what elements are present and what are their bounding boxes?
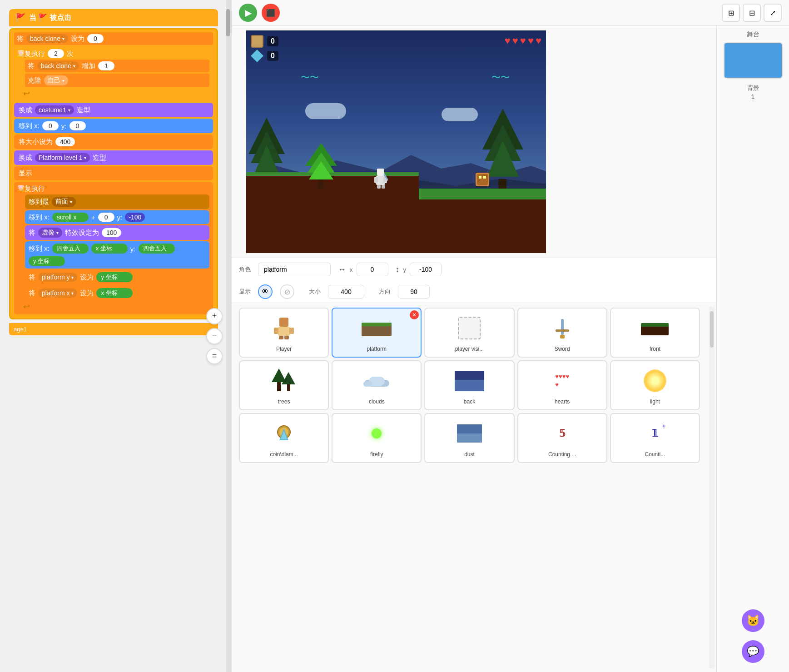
sprite-label: 角色 <box>239 265 251 274</box>
svg-rect-22 <box>483 176 486 179</box>
costume-dropdown[interactable]: costume1 <box>35 105 74 114</box>
sprite-item-platform[interactable]: ✕ platform <box>332 308 422 358</box>
zoom-in-btn[interactable]: + <box>206 308 223 324</box>
show-btn[interactable]: 👁 <box>258 284 273 299</box>
large-stage-btn[interactable]: ⊟ <box>743 4 761 22</box>
repeat-times[interactable]: 2 <box>48 49 64 58</box>
coins-row: 0 <box>251 35 278 48</box>
sprite-name-input[interactable] <box>258 263 331 276</box>
sprite-item-sword[interactable]: Sword <box>517 308 607 358</box>
sprites-scrollbar-thumb[interactable] <box>710 311 714 348</box>
svg-marker-37 <box>272 368 286 382</box>
svg-rect-12 <box>377 169 384 176</box>
clone-target[interactable]: 自己 <box>44 75 68 85</box>
size-label: 大小 <box>309 288 321 296</box>
left-zoom-controls: + − = <box>206 308 223 364</box>
x-value-input[interactable] <box>357 263 388 276</box>
svg-rect-36 <box>277 382 281 391</box>
zoom-out-btn[interactable]: − <box>206 328 223 344</box>
y-coord-ref: y 坐标 <box>96 272 133 282</box>
sprite-item-counting2[interactable]: 𝟙 + Counti... <box>610 413 700 463</box>
fullscreen-btn[interactable]: ⤢ <box>764 4 782 22</box>
diamond-icon <box>251 50 263 62</box>
sprite-grid: Player ✕ platform <box>232 303 707 672</box>
scrollbar-thumb[interactable] <box>226 9 230 36</box>
play-button[interactable]: ▶ <box>239 4 257 22</box>
xy-arrow-icon: ↔ <box>338 265 346 274</box>
fit-btn[interactable]: = <box>206 348 223 364</box>
tofront-block: 移到最 前面 <box>25 194 209 209</box>
sprite-item-trees[interactable]: trees <box>239 360 329 410</box>
firefly-name: firefly <box>370 451 383 458</box>
y-input[interactable]: 0 <box>69 121 86 130</box>
x-coord-ref: x 坐标 <box>96 288 133 298</box>
teal-swirl-left: 〜〜 <box>301 71 319 84</box>
x-input[interactable]: 0 <box>42 121 59 130</box>
effect-dropdown[interactable]: 虚像 <box>38 228 62 238</box>
right-panel: ▶ ⬛ ⊞ ⊟ ⤢ <box>232 0 789 672</box>
repeat-block: 重复执行 2 次 将 back clone 增加 1 克隆 自己 <box>14 46 213 101</box>
front-dropdown[interactable]: 前面 <box>52 197 76 207</box>
sprite-item-clouds[interactable]: clouds <box>332 360 422 410</box>
svg-rect-33 <box>560 335 565 338</box>
add-sprite-btn[interactable]: 🐱 <box>742 609 764 632</box>
coin-count: 0 <box>267 36 278 46</box>
effect-value[interactable]: 100 <box>102 228 121 237</box>
x-coord: x 坐标 <box>91 244 128 254</box>
change-value[interactable]: 1 <box>98 61 114 70</box>
front-thumb <box>639 312 671 344</box>
sprite-item-firefly[interactable]: firefly <box>332 413 422 463</box>
clouds-name: clouds <box>369 398 385 405</box>
coin-icon <box>251 35 263 48</box>
stop-button[interactable]: ⬛ <box>262 4 280 22</box>
svg-rect-38 <box>287 384 290 391</box>
platform-y-dropdown[interactable]: platform y <box>38 273 77 282</box>
hearts-thumb-text: ♥♥♥♥♥ <box>555 373 569 389</box>
scroll-offset[interactable]: 0 <box>98 213 114 222</box>
stage-thumbnail[interactable] <box>724 42 783 79</box>
sprite-item-light[interactable]: light <box>610 360 700 410</box>
value-input[interactable]: 0 <box>87 34 104 43</box>
counting2-name: Counti... <box>645 451 665 458</box>
back-clone-dropdown2[interactable]: back clone <box>37 61 79 70</box>
hide-btn[interactable]: ⊘ <box>280 284 294 299</box>
costume2-dropdown[interactable]: Platform level 1 <box>35 153 90 162</box>
sprite-item-player[interactable]: Player <box>239 308 329 358</box>
platform-thumb-svg <box>361 319 392 337</box>
sprite-item-front[interactable]: front <box>610 308 700 358</box>
svg-rect-26 <box>289 328 294 334</box>
play-icon: ▶ <box>245 7 252 18</box>
round-y: 四舍五入 <box>139 244 175 254</box>
sprite-item-back[interactable]: back <box>424 360 514 410</box>
dir-input[interactable] <box>398 285 430 299</box>
dust-thumb-svg <box>457 424 482 443</box>
front-name: front <box>650 346 660 352</box>
code-scrollbar[interactable] <box>226 0 232 672</box>
sprite-item-coin[interactable]: coin\diam... <box>239 413 329 463</box>
sprite-item-dust[interactable]: dust <box>424 413 514 463</box>
heart-3: ♥ <box>520 35 526 47</box>
y-fixed[interactable]: -100 <box>125 213 145 222</box>
sprite-item-hearts[interactable]: ♥♥♥♥♥ hearts <box>517 360 607 410</box>
game-wrapper: 〜〜 〜〜 <box>232 26 716 258</box>
svg-rect-35 <box>641 323 669 327</box>
size-input[interactable] <box>328 285 364 299</box>
stage-title: 舞台 <box>747 30 759 39</box>
back-clone-dropdown[interactable]: back clone <box>26 34 68 43</box>
sprite-item-counting1[interactable]: 𝟝 Counting ... <box>517 413 607 463</box>
platform-x-dropdown[interactable]: platform x <box>38 289 77 298</box>
platform-delete-btn[interactable]: ✕ <box>410 310 419 319</box>
hearts-display: ♥ ♥ ♥ ♥ ♥ <box>505 35 541 47</box>
svg-rect-25 <box>274 328 278 334</box>
chat-btn[interactable]: 💬 <box>742 640 764 663</box>
small-stage-icon: ⊞ <box>728 9 734 17</box>
y-value-input[interactable] <box>410 263 442 276</box>
small-stage-btn[interactable]: ⊞ <box>722 4 740 22</box>
repeat-header: 重复执行 2 次 <box>18 49 209 58</box>
sprite-item-player-vis[interactable]: player visi... <box>424 308 514 358</box>
size-value[interactable]: 400 <box>55 137 75 146</box>
sprites-scrollbar[interactable] <box>709 307 715 668</box>
player-thumb-svg <box>273 317 295 339</box>
flag-icon: 🚩 <box>15 13 25 23</box>
forever-arrow: ↩ <box>18 302 209 312</box>
